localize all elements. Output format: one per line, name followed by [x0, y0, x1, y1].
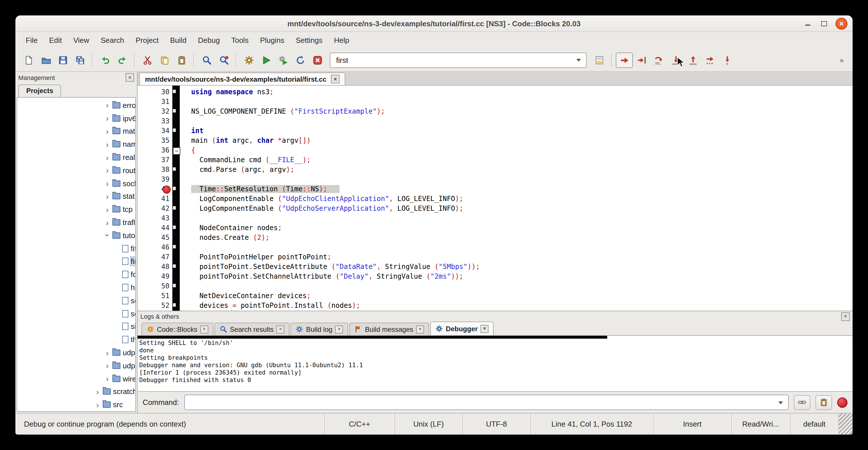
- code-line-49[interactable]: 49 pointToPoint.SetChannelAttribute ("De…: [137, 272, 852, 281]
- line-number[interactable]: 39: [137, 175, 169, 184]
- title-bar[interactable]: mnt/dev/tools/source/ns-3-dev/examples/t…: [16, 16, 852, 32]
- command-combo[interactable]: [184, 395, 789, 410]
- tree-item-sock[interactable]: sock: [17, 177, 135, 190]
- expand-arrow-icon[interactable]: [103, 127, 111, 136]
- save-button[interactable]: [54, 52, 71, 68]
- highlight-matches-button[interactable]: [591, 52, 608, 68]
- tree-item-fif[interactable]: fif: [17, 242, 135, 255]
- chevron-down-icon[interactable]: [577, 59, 581, 64]
- expand-arrow-icon[interactable]: [103, 141, 111, 148]
- menu-view[interactable]: View: [68, 34, 95, 47]
- line-number[interactable]: 45: [137, 233, 169, 243]
- toolbar-overflow-button[interactable]: »: [835, 53, 848, 67]
- run-button[interactable]: [257, 52, 275, 68]
- fold-marker-icon[interactable]: [173, 147, 180, 155]
- breakpoint-marker[interactable]: [163, 186, 170, 193]
- cut-button[interactable]: [139, 52, 156, 68]
- tree-item-se[interactable]: se: [17, 294, 135, 307]
- editor-tab-first-cc[interactable]: mnt/dev/tools/source/ns-3-dev/examples/t…: [139, 72, 345, 85]
- menu-project[interactable]: Project: [130, 34, 164, 47]
- close-management-button[interactable]: [126, 73, 134, 82]
- menu-search[interactable]: Search: [95, 34, 130, 47]
- code-line-40[interactable]: 40 Time::SetResolution (Time::NS);: [137, 184, 852, 194]
- code-line-46[interactable]: 46: [137, 243, 852, 252]
- code-line-34[interactable]: 34int: [137, 126, 852, 136]
- tree-item-erro[interactable]: erro: [17, 99, 135, 112]
- code-line-31[interactable]: 31: [137, 97, 852, 107]
- close-tab-icon[interactable]: [277, 325, 284, 333]
- expand-arrow-icon[interactable]: [103, 153, 111, 161]
- close-tab-icon[interactable]: [335, 325, 343, 333]
- close-tab-icon[interactable]: [480, 325, 489, 333]
- code-line-50[interactable]: 50: [137, 281, 852, 291]
- collapse-arrow-icon[interactable]: [103, 232, 111, 240]
- abort-build-button[interactable]: [309, 52, 326, 68]
- undo-button[interactable]: [96, 52, 114, 68]
- close-editor-tab-button[interactable]: [331, 75, 340, 83]
- line-number[interactable]: 51: [137, 291, 169, 301]
- paste-button[interactable]: [173, 52, 190, 68]
- line-number[interactable]: 49: [137, 272, 169, 281]
- tree-item-udp[interactable]: udp-: [17, 359, 135, 372]
- fold-margin[interactable]: [172, 86, 180, 311]
- menu-plugins[interactable]: Plugins: [254, 34, 290, 47]
- line-number[interactable]: 34: [137, 126, 169, 136]
- tree-item-ipv6[interactable]: ipv6: [17, 112, 135, 125]
- step-out-button[interactable]: [684, 52, 701, 68]
- code-line-41[interactable]: 41 LogComponentEnable ("UdpEchoClientApp…: [137, 194, 852, 204]
- code-line-30[interactable]: 30using namespace ns3;: [137, 87, 852, 97]
- expand-arrow-icon[interactable]: [103, 374, 111, 383]
- new-file-button[interactable]: [20, 52, 37, 68]
- close-logs-button[interactable]: [841, 312, 850, 321]
- find-button[interactable]: [198, 52, 215, 68]
- project-tree[interactable]: erroipv6matnamrealroutsockstattcptrafltu…: [17, 97, 136, 412]
- tree-item-fir[interactable]: fir: [17, 255, 135, 268]
- code-area[interactable]: 30using namespace ns3;3132NS_LOG_COMPONE…: [137, 86, 852, 311]
- command-input[interactable]: [187, 397, 773, 407]
- code-line-45[interactable]: 45 nodes.Create (2);: [137, 233, 852, 243]
- minimize-button[interactable]: [804, 19, 812, 28]
- copy-button[interactable]: [156, 52, 173, 68]
- code-line-51[interactable]: 51 NetDeviceContainer devices;: [137, 291, 852, 301]
- log-tab-search-results[interactable]: Search results: [214, 323, 289, 335]
- menu-settings[interactable]: Settings: [290, 34, 328, 47]
- code-line-38[interactable]: 38 cmd.Parse (argc, argv);: [137, 165, 852, 175]
- expand-arrow-icon[interactable]: [103, 192, 111, 201]
- tree-item-scratch[interactable]: scratch: [17, 385, 135, 398]
- rebuild-button[interactable]: [291, 52, 309, 68]
- code-line-48[interactable]: 48 pointToPoint.SetDeviceAttribute ("Dat…: [137, 262, 852, 272]
- expand-arrow-icon[interactable]: [103, 101, 111, 109]
- line-number[interactable]: 35: [137, 136, 169, 146]
- line-number[interactable]: 31: [137, 97, 169, 107]
- expand-arrow-icon[interactable]: [103, 206, 111, 214]
- tab-projects[interactable]: Projects: [18, 85, 61, 97]
- expand-arrow-icon[interactable]: [103, 114, 111, 122]
- tree-item-th[interactable]: th: [17, 333, 135, 347]
- expand-arrow-icon[interactable]: [103, 362, 111, 370]
- resize-grip[interactable]: [838, 414, 852, 434]
- run-to-cursor-button[interactable]: [633, 52, 650, 68]
- line-number[interactable]: 32: [137, 107, 169, 117]
- code-line-42[interactable]: 42 LogComponentEnable ("UdpEchoServerApp…: [137, 204, 852, 214]
- chevron-down-icon[interactable]: [778, 401, 783, 406]
- clipboard-button[interactable]: [815, 395, 832, 410]
- replace-button[interactable]: [215, 52, 232, 68]
- build-button[interactable]: [240, 52, 257, 68]
- tree-item-tuto[interactable]: tuto: [17, 229, 135, 242]
- close-tab-icon[interactable]: [200, 325, 208, 333]
- code-line-33[interactable]: 33: [137, 117, 852, 126]
- code-line-47[interactable]: 47 PointToPointHelper pointToPoint;: [137, 252, 852, 262]
- close-tab-icon[interactable]: [416, 325, 424, 333]
- menu-build[interactable]: Build: [164, 34, 192, 47]
- tree-item-mat[interactable]: mat: [17, 125, 135, 138]
- tree-item-fo[interactable]: fo: [17, 268, 135, 281]
- line-number[interactable]: 41: [137, 194, 169, 204]
- menu-file[interactable]: File: [20, 34, 43, 47]
- line-number[interactable]: 46: [137, 243, 169, 252]
- redo-button[interactable]: [114, 52, 131, 68]
- tree-item-tcp[interactable]: tcp: [17, 203, 135, 216]
- tree-item-src[interactable]: src: [17, 398, 135, 412]
- tree-item-udp[interactable]: udp: [17, 346, 135, 359]
- search-combo[interactable]: first: [330, 52, 587, 68]
- menu-help[interactable]: Help: [328, 34, 355, 47]
